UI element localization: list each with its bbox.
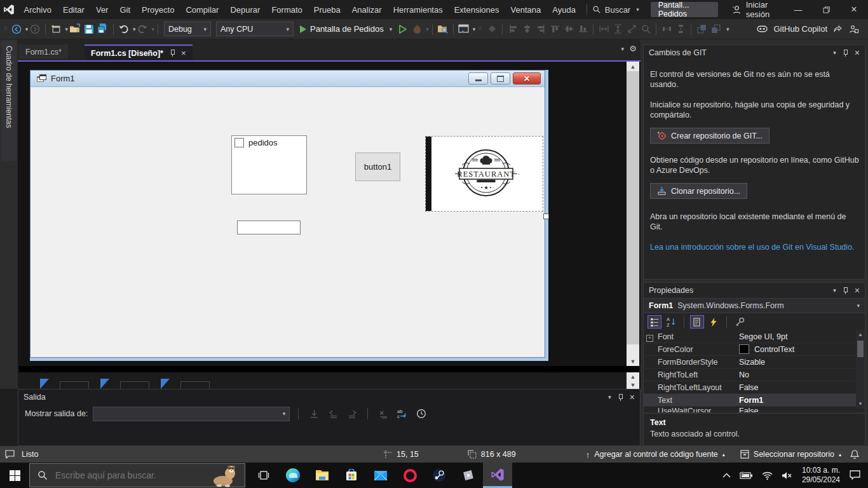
taskbar-search-input[interactable]	[54, 470, 196, 481]
menu-ver[interactable]: Ver	[90, 0, 114, 19]
property-value[interactable]: No	[739, 370, 865, 379]
clear-all-button[interactable]	[376, 406, 390, 421]
scroll-up-icon[interactable]: ▲	[627, 62, 639, 71]
make-same-size-button[interactable]	[625, 22, 639, 37]
minimize-button[interactable]: —	[784, 0, 812, 19]
close-tab-icon[interactable]: ×	[181, 48, 186, 58]
close-button[interactable]: ×	[840, 0, 868, 19]
alphabetical-sort-button[interactable]: AZ	[664, 315, 678, 329]
scroll-down-icon[interactable]: ▼	[627, 356, 639, 366]
property-pages-button[interactable]	[733, 315, 747, 329]
toolbox-tab[interactable]: Cuadro de herramientas	[1, 41, 17, 161]
property-row-selected[interactable]: Text Form1	[644, 394, 865, 407]
share-icon[interactable]	[833, 24, 843, 34]
menu-compilar[interactable]: Compilar	[180, 0, 224, 19]
menu-herramientas[interactable]: Herramientas	[388, 0, 449, 19]
form-maximize-button[interactable]	[491, 72, 510, 85]
forms-designer-surface[interactable]: Form1 ✕ pedidos button1	[18, 62, 641, 389]
goto-message-button[interactable]	[307, 406, 321, 421]
scroll-down-icon[interactable]: ▼	[856, 400, 865, 409]
close-icon[interactable]: ×	[855, 285, 860, 295]
hot-reload-button[interactable]	[410, 22, 424, 37]
close-icon[interactable]: ×	[630, 392, 635, 402]
create-git-repository-button[interactable]: Crear repositorio de GIT...	[650, 128, 770, 144]
volume-muted-icon[interactable]	[782, 471, 792, 480]
new-project-button[interactable]	[49, 22, 63, 37]
object-selector-combo[interactable]: Form1 System.Windows.Forms.Form ▾	[644, 298, 865, 313]
make-same-width-button[interactable]	[597, 22, 611, 37]
menu-analizar[interactable]: Analizar	[346, 0, 388, 19]
menu-proyecto[interactable]: Proyecto	[136, 0, 180, 19]
scrollbar-thumb[interactable]	[857, 341, 864, 357]
microsoft-store-icon[interactable]	[337, 463, 366, 488]
pin-icon[interactable]	[618, 394, 623, 401]
chevron-down-icon[interactable]: ▾	[426, 26, 429, 32]
form-close-button[interactable]: ✕	[513, 72, 541, 85]
menu-extensiones[interactable]: Extensiones	[449, 0, 505, 19]
visual-studio-taskbar-icon[interactable]	[483, 463, 512, 488]
align-rights-button[interactable]	[534, 22, 548, 37]
checked-list-box[interactable]: pedidos	[231, 135, 307, 194]
button1[interactable]: button1	[355, 152, 400, 181]
github-copilot-label[interactable]: GitHub Copilot	[773, 24, 827, 34]
property-row[interactable]: FormBorderStyle Sizable	[644, 356, 865, 369]
roblox-icon[interactable]	[454, 463, 483, 488]
tab-form1-designer[interactable]: Form1.cs [Diseño]* ×	[85, 44, 193, 60]
align-lefts-button[interactable]	[506, 22, 520, 37]
search-control[interactable]: Buscar ▾	[592, 5, 639, 15]
pin-icon[interactable]	[170, 50, 175, 57]
save-all-button[interactable]	[96, 22, 110, 37]
tab-form1-cs[interactable]: Form1.cs*	[19, 44, 68, 59]
clone-repository-button[interactable]: Clonar repositorio...	[650, 183, 747, 199]
properties-scrollbar[interactable]: ▲ ▼	[856, 330, 865, 409]
close-icon[interactable]: ×	[855, 48, 860, 58]
mail-icon[interactable]	[366, 463, 395, 488]
property-value[interactable]: False	[739, 407, 865, 413]
taskbar-clock[interactable]: 10:03 a. m. 29/05/2024	[802, 466, 840, 485]
tray-scrollbar[interactable]: ▲ ▼	[627, 372, 639, 389]
menu-ventana[interactable]: Ventana	[505, 0, 547, 19]
checkbox-icon[interactable]	[234, 138, 244, 147]
chevron-down-icon[interactable]: ▾	[608, 394, 611, 400]
expander-icon[interactable]: +	[646, 335, 653, 342]
component-box[interactable]	[120, 381, 149, 389]
task-view-button[interactable]	[249, 463, 278, 488]
align-bottoms-button[interactable]	[576, 22, 590, 37]
timestamp-clock-button[interactable]	[414, 406, 428, 421]
property-value[interactable]: Form1	[739, 396, 865, 405]
properties-view-button[interactable]	[690, 315, 704, 329]
word-wrap-button[interactable]: abc	[395, 406, 409, 421]
menu-prueba[interactable]: Prueba	[308, 0, 346, 19]
previous-message-button[interactable]	[326, 406, 340, 421]
designer-vertical-scrollbar[interactable]: ▲ ▼	[627, 62, 639, 366]
component-icon[interactable]	[161, 379, 170, 389]
opera-gx-icon[interactable]	[395, 463, 424, 488]
make-same-height-button[interactable]	[611, 22, 625, 37]
chevron-down-icon[interactable]: ▾	[833, 50, 836, 56]
property-value[interactable]: False	[739, 383, 865, 392]
preview-window-button[interactable]	[457, 22, 471, 37]
component-box[interactable]	[180, 381, 210, 389]
property-value[interactable]: Segoe UI, 9pt	[739, 332, 865, 341]
battery-icon[interactable]	[740, 471, 753, 479]
navigate-forward-button[interactable]	[28, 22, 42, 37]
property-row-clipped[interactable]: UseWaitCursor False	[644, 407, 865, 413]
property-row[interactable]: +Font Segoe UI, 9pt	[644, 330, 865, 343]
vertical-spacing-button[interactable]	[674, 22, 688, 37]
background-tasks-icon[interactable]	[5, 450, 15, 459]
picture-box[interactable]: · RESTAURANT · · • ★ • ·	[425, 136, 543, 212]
add-to-source-control-button[interactable]: ↑ Agregar al control de código fuente ▴	[586, 450, 725, 459]
scroll-up-icon[interactable]: ▲	[627, 372, 639, 381]
property-value[interactable]: Sizable	[739, 358, 865, 367]
sign-in-button[interactable]: + Iniciar sesión	[732, 0, 784, 19]
scroll-up-icon[interactable]: ▲	[856, 330, 865, 339]
property-row[interactable]: ForeColor ControlText	[644, 343, 865, 356]
align-middles-button[interactable]	[562, 22, 576, 37]
select-repository-button[interactable]: Seleccionar repositorio ▴	[740, 450, 841, 459]
output-source-combo[interactable]: ▾	[93, 407, 290, 421]
git-intro-link[interactable]: Lea una introducción sobre el uso de Git…	[650, 243, 855, 252]
next-message-button[interactable]	[345, 406, 359, 421]
toolbar-drag-handle[interactable]: ⠿	[4, 26, 8, 32]
pin-icon[interactable]	[843, 287, 848, 294]
navigate-back-button[interactable]	[10, 22, 24, 37]
